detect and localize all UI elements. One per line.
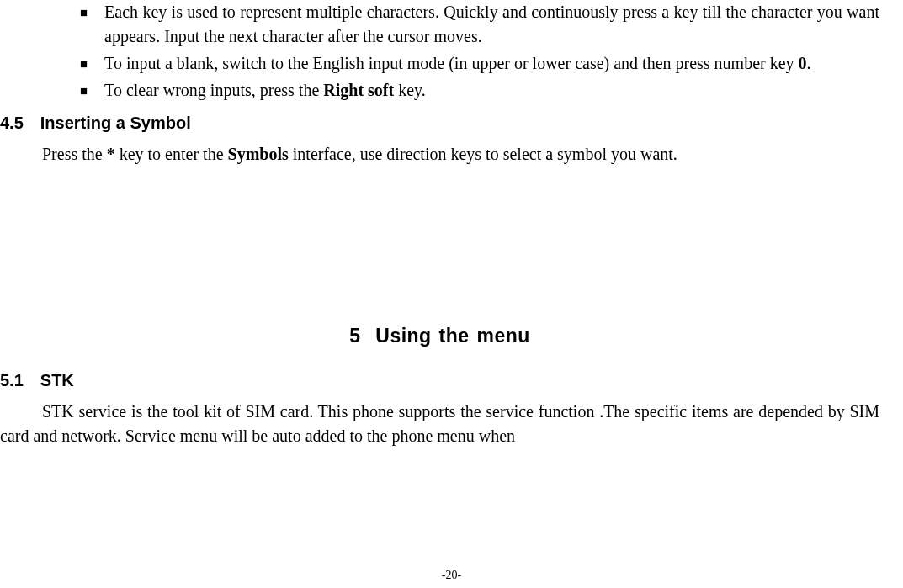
- chapter-heading-5: 5 Using the menu: [0, 322, 879, 350]
- section-4-5-paragraph: Press the * key to enter the Symbols int…: [42, 142, 879, 167]
- square-bullet-icon: ■: [80, 3, 88, 49]
- chapter-number: 5: [349, 325, 360, 347]
- bullet-text: Each key is used to represent multiple c…: [104, 0, 879, 49]
- bullet-item: ■To clear wrong inputs, press the Right …: [80, 78, 879, 103]
- section-title: STK: [40, 371, 74, 389]
- chapter-title: Using the menu: [375, 325, 530, 347]
- bullet-item: ■To input a blank, switch to the English…: [80, 51, 879, 76]
- square-bullet-icon: ■: [80, 55, 88, 76]
- page-number: -20-: [0, 567, 903, 584]
- section-title: Inserting a Symbol: [40, 114, 191, 132]
- section-number: 5.1: [0, 368, 24, 393]
- section-5-1-paragraph: STK service is the tool kit of SIM card.…: [0, 400, 879, 448]
- section-heading-4-5: 4.5Inserting a Symbol: [0, 111, 879, 135]
- bullet-text: To input a blank, switch to the English …: [104, 51, 879, 76]
- section-heading-5-1: 5.1STK: [0, 368, 879, 393]
- square-bullet-icon: ■: [80, 82, 88, 103]
- section-number: 4.5: [0, 111, 24, 135]
- bullet-list: ■Each key is used to represent multiple …: [80, 0, 879, 103]
- bullet-text: To clear wrong inputs, press the Right s…: [104, 78, 879, 103]
- bullet-item: ■Each key is used to represent multiple …: [80, 0, 879, 49]
